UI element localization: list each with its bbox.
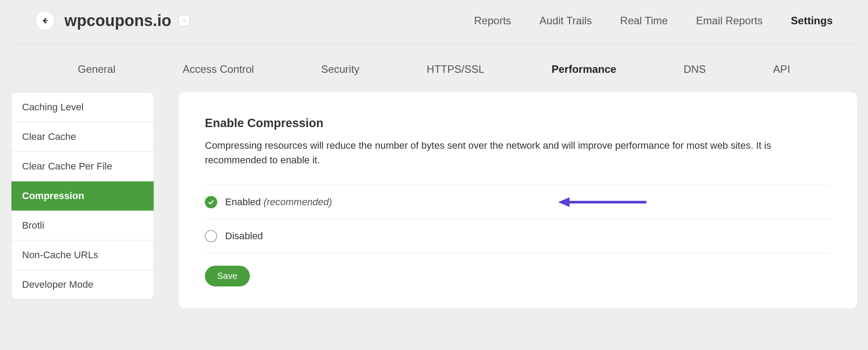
option-enabled-label: Enabled (recommended) (225, 196, 332, 208)
option-enabled[interactable]: Enabled (recommended) (205, 185, 830, 219)
panel-description: Compressing resources will reduce the nu… (205, 138, 830, 167)
top-nav: Reports Audit Trails Real Time Email Rep… (474, 15, 833, 27)
top-nav-audit-trails[interactable]: Audit Trails (540, 15, 592, 27)
check-icon (208, 199, 215, 206)
option-disabled-label: Disabled (225, 230, 263, 242)
sidebar-item-clear-cache[interactable]: Clear Cache (11, 122, 154, 152)
settings-tabs: General Access Control Security HTTPS/SS… (0, 60, 868, 79)
chevron-down-icon (181, 18, 187, 23)
tab-general[interactable]: General (69, 60, 124, 79)
sidebar-item-brotli[interactable]: Brotli (11, 211, 154, 241)
back-button[interactable] (35, 11, 55, 30)
option-disabled[interactable]: Disabled (205, 219, 830, 253)
annotation-arrow-icon (558, 196, 646, 209)
option-enabled-hint: (recommended) (264, 196, 332, 207)
radio-disabled[interactable] (205, 230, 217, 242)
top-nav-settings[interactable]: Settings (791, 15, 833, 27)
panel-title: Enable Compression (205, 117, 830, 130)
tab-dns[interactable]: DNS (675, 60, 715, 79)
site-dropdown-button[interactable] (178, 15, 190, 26)
svg-marker-3 (558, 197, 570, 207)
sidebar-item-non-cache-urls[interactable]: Non-Cache URLs (11, 241, 154, 270)
tab-security[interactable]: Security (312, 60, 368, 79)
sidebar-item-developer-mode[interactable]: Developer Mode (11, 270, 154, 299)
sidebar-item-caching-level[interactable]: Caching Level (11, 93, 154, 122)
radio-enabled[interactable] (205, 196, 217, 208)
arrow-left-icon (41, 17, 49, 25)
save-button[interactable]: Save (205, 266, 250, 286)
sidebar-item-compression[interactable]: Compression (11, 181, 154, 211)
top-nav-email-reports[interactable]: Email Reports (696, 15, 763, 27)
option-enabled-text: Enabled (225, 196, 261, 207)
tab-https-ssl[interactable]: HTTPS/SSL (418, 60, 493, 79)
site-title: wpcoupons.io (64, 11, 171, 30)
tab-performance[interactable]: Performance (543, 60, 625, 79)
top-nav-real-time[interactable]: Real Time (620, 15, 668, 27)
divider (11, 44, 857, 44)
tab-access-control[interactable]: Access Control (174, 60, 263, 79)
tab-api[interactable]: API (764, 60, 799, 79)
settings-panel: Enable Compression Compressing resources… (178, 92, 857, 309)
sidebar: Caching Level Clear Cache Clear Cache Pe… (11, 92, 154, 300)
top-nav-reports[interactable]: Reports (474, 15, 511, 27)
sidebar-item-clear-cache-per-file[interactable]: Clear Cache Per File (11, 152, 154, 181)
